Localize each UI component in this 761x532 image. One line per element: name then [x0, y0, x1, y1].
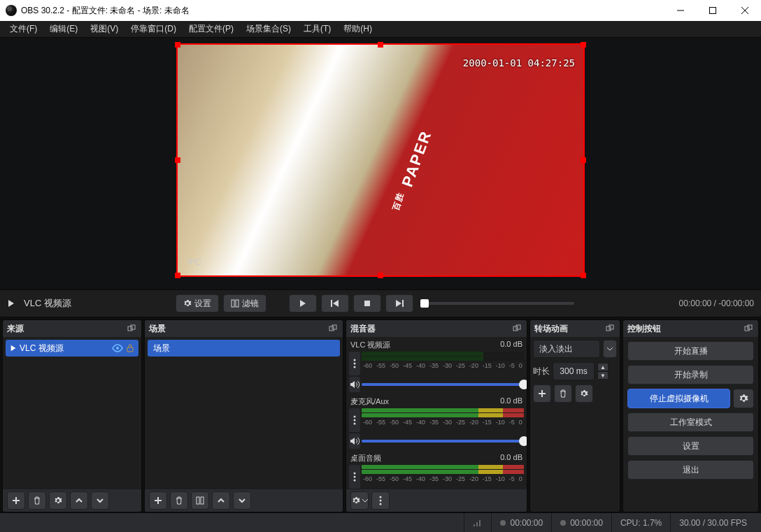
dock-header[interactable]: 场景	[145, 320, 343, 337]
slider-knob[interactable]	[420, 299, 429, 308]
menu-file[interactable]: 文件(F)	[4, 21, 43, 37]
transition-select[interactable]: 淡入淡出	[533, 340, 600, 358]
maximize-button[interactable]	[697, 0, 729, 21]
settings-button[interactable]: 设置	[627, 436, 754, 456]
move-scene-up-button[interactable]	[212, 491, 230, 510]
close-button[interactable]	[729, 0, 761, 21]
add-transition-button[interactable]	[533, 384, 551, 403]
menu-scenecol[interactable]: 场景集合(S)	[241, 21, 297, 37]
channel-menu-button[interactable]	[349, 352, 360, 375]
volume-slider[interactable]	[362, 440, 524, 443]
svg-rect-10	[329, 326, 334, 331]
status-cpu: CPU: 1.7%	[611, 513, 670, 532]
menu-bar: 文件(F) 编辑(E) 视图(V) 停靠窗口(D) 配置文件(P) 场景集合(S…	[0, 21, 761, 38]
visibility-toggle-icon[interactable]	[112, 344, 123, 352]
resize-handle[interactable]	[378, 273, 383, 278]
studio-mode-button[interactable]: 工作室模式	[627, 412, 754, 432]
dock-header[interactable]: 控制按钮	[623, 320, 758, 337]
menu-edit[interactable]: 编辑(E)	[44, 21, 83, 37]
svg-rect-9	[127, 347, 133, 352]
menu-view[interactable]: 视图(V)	[85, 21, 124, 37]
filters-icon	[196, 496, 204, 505]
resize-handle[interactable]	[175, 273, 180, 278]
trash-icon	[33, 496, 41, 505]
spin-up-button[interactable]: ▲	[597, 363, 609, 371]
virtual-cam-settings-button[interactable]	[733, 389, 754, 408]
media-prev-button[interactable]	[321, 294, 349, 312]
lock-toggle-icon[interactable]	[126, 344, 134, 352]
resize-handle[interactable]	[581, 42, 586, 48]
resize-handle[interactable]	[581, 157, 586, 163]
menu-dock[interactable]: 停靠窗口(D)	[125, 21, 182, 37]
menu-tools[interactable]: 工具(T)	[298, 21, 336, 37]
channel-name: VLC 视频源	[350, 340, 390, 350]
transition-dropdown-button[interactable]	[603, 340, 617, 358]
source-list-item[interactable]: VLC 视频源	[6, 340, 138, 357]
channel-menu-button[interactable]	[349, 465, 360, 489]
dock-title: 控制按钮	[627, 323, 661, 335]
preview-canvas[interactable]: 2000-01-01 04:27:25 IPC PAPER 百胜	[178, 45, 583, 275]
dock-header[interactable]: 来源	[3, 320, 141, 337]
transition-value: 淡入淡出	[539, 343, 573, 355]
source-properties-button[interactable]	[49, 491, 67, 510]
source-settings-button[interactable]: 设置	[176, 294, 219, 312]
media-stop-button[interactable]	[353, 294, 381, 312]
scene-list-item[interactable]: 场景	[148, 340, 340, 357]
move-source-down-button[interactable]	[91, 491, 109, 510]
dock-header[interactable]: 转场动画	[530, 320, 620, 337]
undock-icon[interactable]	[604, 323, 616, 334]
duration-input[interactable]: 300 ms	[553, 362, 595, 380]
resize-handle[interactable]	[378, 42, 383, 48]
start-streaming-button[interactable]: 开始直播	[627, 341, 754, 361]
mute-button[interactable]	[349, 433, 360, 449]
remove-source-button[interactable]	[28, 491, 46, 510]
menu-help[interactable]: 帮助(H)	[338, 21, 378, 37]
skip-next-icon	[394, 299, 404, 308]
undock-icon[interactable]	[743, 323, 754, 334]
svg-rect-1	[232, 300, 234, 307]
video-ipc-overlay: IPC	[187, 257, 201, 267]
undock-icon[interactable]	[327, 323, 339, 334]
mixer-settings-button[interactable]	[350, 491, 369, 510]
start-recording-button[interactable]: 开始录制	[627, 365, 754, 384]
stop-virtual-cam-button[interactable]: 停止虚拟摄像机	[627, 389, 730, 408]
media-seek-slider[interactable]	[420, 302, 574, 305]
mute-button[interactable]	[349, 377, 360, 392]
undock-icon[interactable]	[126, 323, 137, 334]
add-scene-button[interactable]	[149, 491, 167, 510]
exit-button[interactable]: 退出	[627, 460, 754, 480]
minimize-button[interactable]	[664, 0, 697, 21]
slider-knob[interactable]	[519, 380, 527, 389]
channel-menu-button[interactable]	[349, 408, 360, 432]
move-scene-down-button[interactable]	[233, 491, 251, 510]
media-next-button[interactable]	[385, 294, 413, 312]
resize-handle[interactable]	[175, 42, 180, 48]
stop-icon	[363, 299, 371, 308]
preview-area[interactable]: 2000-01-01 04:27:25 IPC PAPER 百胜	[0, 38, 761, 289]
spin-down-button[interactable]: ▼	[597, 371, 609, 380]
resize-handle[interactable]	[175, 157, 180, 163]
speaker-icon	[350, 380, 360, 389]
remove-transition-button[interactable]	[554, 384, 572, 403]
duration-value: 300 ms	[560, 366, 587, 376]
source-filters-button[interactable]: 滤镜	[223, 294, 266, 312]
transition-settings-button[interactable]	[575, 384, 593, 403]
gear-icon	[54, 496, 62, 505]
svg-rect-13	[201, 497, 204, 504]
docks-row: 来源 VLC 视频源 场景 场景	[0, 317, 761, 512]
media-play-button[interactable]	[289, 294, 317, 312]
move-source-up-button[interactable]	[70, 491, 88, 510]
mixer-menu-button[interactable]	[371, 491, 390, 510]
scene-filters-button[interactable]	[191, 491, 209, 510]
undock-icon[interactable]	[511, 323, 522, 334]
volume-slider[interactable]	[362, 383, 524, 386]
slider-knob[interactable]	[519, 436, 527, 446]
svg-rect-33	[476, 522, 478, 526]
add-source-button[interactable]	[7, 491, 25, 510]
resize-handle[interactable]	[581, 273, 586, 278]
remove-scene-button[interactable]	[170, 491, 188, 510]
menu-profile[interactable]: 配置文件(P)	[183, 21, 239, 37]
dock-header[interactable]: 混音器	[346, 320, 527, 337]
gear-icon	[183, 299, 192, 308]
trash-icon	[559, 389, 567, 398]
